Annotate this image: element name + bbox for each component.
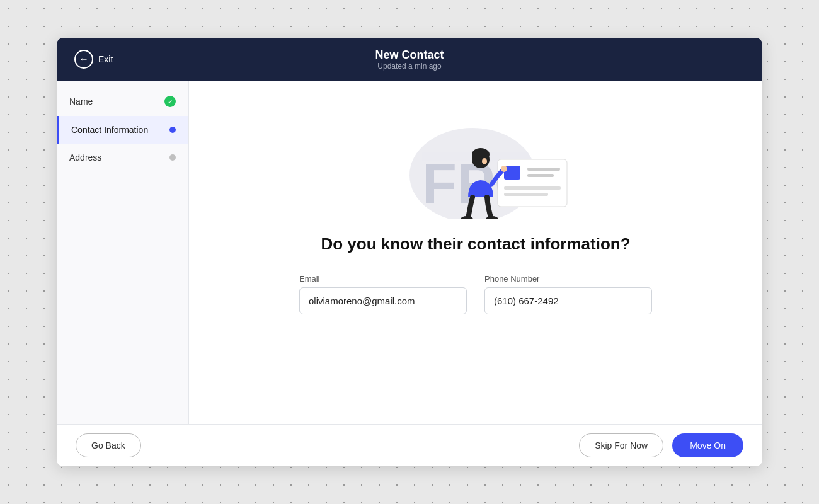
sidebar-item-contact-label: Contact Information	[71, 125, 148, 135]
illustration: FPO	[375, 93, 576, 219]
main-content: FPO	[189, 81, 762, 424]
svg-point-9	[472, 148, 490, 161]
svg-rect-5	[527, 174, 554, 177]
email-label: Email	[299, 274, 467, 284]
email-group: Email	[299, 274, 467, 314]
contact-active-dot	[169, 127, 176, 133]
move-on-button[interactable]: Move On	[672, 433, 743, 457]
header: ← Exit New Contact Updated a min ago	[57, 38, 762, 81]
body: Name ✓ Contact Information Address F	[57, 81, 762, 424]
header-title: New Contact	[375, 49, 444, 62]
email-input[interactable]	[299, 287, 467, 314]
svg-rect-4	[527, 168, 560, 171]
sidebar-item-address[interactable]: Address	[57, 144, 188, 171]
phone-group: Phone Number	[484, 274, 652, 314]
fpo-illustration: FPO	[375, 93, 576, 219]
sidebar-item-name[interactable]: Name ✓	[57, 87, 188, 116]
app-container: ← Exit New Contact Updated a min ago Nam…	[57, 38, 762, 466]
address-pending-dot	[169, 154, 176, 161]
name-complete-icon: ✓	[164, 96, 176, 107]
svg-rect-7	[504, 193, 548, 196]
svg-point-13	[482, 158, 487, 164]
phone-input[interactable]	[484, 287, 652, 314]
svg-rect-6	[504, 186, 561, 190]
skip-button[interactable]: Skip For Now	[579, 433, 663, 457]
sidebar-item-contact-information[interactable]: Contact Information	[57, 116, 188, 144]
exit-button[interactable]: ← Exit	[74, 50, 113, 69]
footer-right: Skip For Now Move On	[579, 433, 743, 457]
exit-label: Exit	[98, 54, 113, 64]
question-title: Do you know their contact information?	[321, 234, 630, 254]
footer: Go Back Skip For Now Move On	[57, 424, 762, 466]
phone-label: Phone Number	[484, 274, 652, 284]
form-row: Email Phone Number	[299, 274, 652, 314]
go-back-button[interactable]: Go Back	[76, 433, 141, 457]
svg-point-10	[501, 166, 507, 172]
sidebar-item-address-label: Address	[69, 152, 101, 163]
sidebar: Name ✓ Contact Information Address	[57, 81, 189, 424]
header-subtitle: Updated a min ago	[375, 62, 444, 71]
sidebar-item-name-label: Name	[69, 96, 93, 106]
back-icon: ←	[74, 50, 93, 69]
header-center: New Contact Updated a min ago	[375, 49, 444, 71]
